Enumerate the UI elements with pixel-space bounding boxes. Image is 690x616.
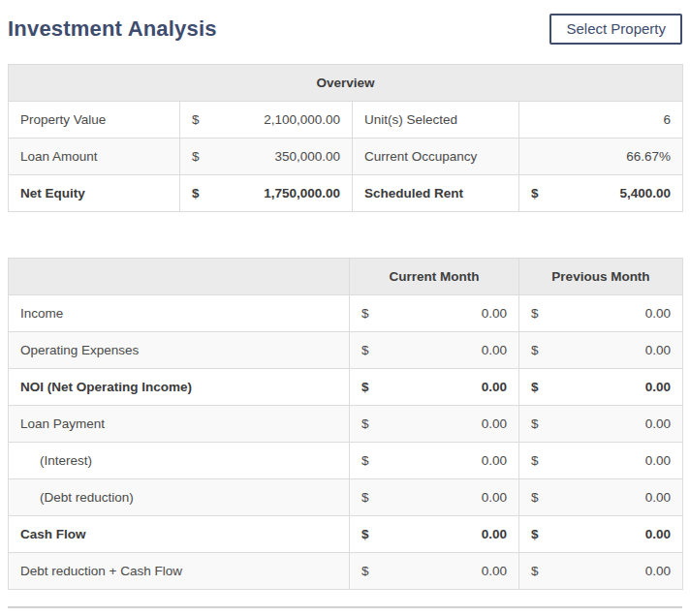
currency-symbol: $: [361, 490, 369, 505]
row-label: Income: [9, 295, 350, 332]
amount-value: 0.00: [645, 306, 671, 321]
amount-value: 0.00: [482, 343, 507, 357]
currency-symbol: $: [531, 306, 539, 321]
currency-symbol: $: [531, 527, 539, 541]
money-cell: $ 350,000.00: [180, 139, 353, 175]
money-cell: $ 0.00: [519, 295, 683, 332]
table-row: Debt reduction + Cash Flow $ 0.00 $ 0.00: [9, 553, 683, 590]
currency-symbol: $: [531, 343, 539, 357]
row-label: Operating Expenses: [9, 332, 350, 369]
amount-value: 0.00: [482, 306, 507, 321]
currency-symbol: $: [192, 149, 200, 164]
table-row: Loan Payment $ 0.00 $ 0.00: [9, 406, 683, 443]
money-cell: $ 0.00: [350, 369, 519, 406]
row-label: Loan Amount: [9, 139, 180, 175]
money-cell: $ 0.00: [350, 553, 519, 590]
row-label: Current Occupancy: [353, 139, 519, 175]
row-label: (Interest): [9, 443, 350, 479]
money-cell: $ 0.00: [350, 479, 519, 516]
amount-value: 2,100,000.00: [264, 112, 340, 127]
currency-symbol: $: [361, 527, 369, 541]
money-cell: 66.67%: [519, 139, 683, 175]
currency-symbol: $: [361, 380, 369, 394]
row-label: Loan Payment: [9, 406, 350, 443]
amount-value: 5,400.00: [619, 186, 671, 200]
currency-symbol: $: [192, 112, 200, 127]
currency-symbol: $: [361, 343, 369, 357]
column-header-current-month: Current Month: [350, 259, 519, 295]
empty-header-cell: [9, 259, 350, 295]
row-label: Scheduled Rent: [353, 175, 519, 212]
amount-value: 0.00: [482, 380, 507, 394]
currency-symbol: $: [531, 453, 539, 468]
money-cell: $ 1,750,000.00: [180, 175, 353, 212]
currency-symbol: $: [361, 306, 369, 321]
amount-value: 0.00: [645, 453, 671, 468]
money-cell: $ 0.00: [350, 406, 519, 443]
currency-symbol: $: [361, 453, 369, 468]
select-property-button[interactable]: Select Property: [549, 14, 682, 45]
money-cell: $ 0.00: [519, 516, 683, 553]
money-cell: $ 0.00: [350, 295, 519, 332]
amount-value: 350,000.00: [274, 149, 340, 164]
money-cell: $ 0.00: [519, 332, 683, 369]
table-row: (Interest) $ 0.00 $ 0.00: [9, 443, 683, 479]
row-label: Property Value: [9, 102, 180, 139]
amount-value: 1,750,000.00: [264, 186, 340, 200]
overview-table: Overview Property Value $ 2,100,000.00 U…: [8, 64, 683, 212]
analysis-header-row: Current Month Previous Month: [9, 259, 683, 295]
money-cell: $ 0.00: [519, 479, 683, 516]
table-row: Property Value $ 2,100,000.00 Unit(s) Se…: [9, 102, 683, 139]
analysis-table: Current Month Previous Month Income $ 0.…: [8, 258, 683, 590]
money-cell: 6: [519, 102, 683, 139]
table-row: Net Equity $ 1,750,000.00 Scheduled Rent…: [9, 175, 683, 212]
money-cell: $ 0.00: [350, 443, 519, 479]
table-row: Income $ 0.00 $ 0.00: [9, 295, 683, 332]
next-section-divider: [8, 606, 682, 608]
money-cell: $ 0.00: [350, 516, 519, 553]
amount-value: 6: [664, 112, 672, 127]
row-label: NOI (Net Operating Income): [9, 369, 350, 406]
amount-value: 0.00: [645, 343, 671, 357]
currency-symbol: $: [361, 416, 369, 431]
currency-symbol: $: [531, 186, 539, 200]
money-cell: $ 2,100,000.00: [180, 102, 353, 139]
row-label: Unit(s) Selected: [353, 102, 519, 139]
page-title: Investment Analysis: [8, 16, 217, 42]
row-label: (Debt reduction): [9, 479, 350, 516]
table-row: Operating Expenses $ 0.00 $ 0.00: [9, 332, 683, 369]
currency-symbol: $: [531, 490, 539, 505]
amount-value: 0.00: [645, 380, 671, 394]
table-row: NOI (Net Operating Income) $ 0.00 $ 0.00: [9, 369, 683, 406]
currency-symbol: $: [531, 564, 539, 578]
overview-header-row: Overview: [9, 65, 683, 102]
amount-value: 0.00: [645, 490, 671, 505]
currency-symbol: $: [192, 186, 200, 200]
table-row: Loan Amount $ 350,000.00 Current Occupan…: [9, 139, 683, 175]
page: Investment Analysis Select Property Over…: [0, 13, 690, 608]
amount-value: 0.00: [482, 527, 507, 541]
amount-value: 0.00: [482, 416, 507, 431]
money-cell: $ 0.00: [519, 406, 683, 443]
currency-symbol: $: [531, 416, 539, 431]
amount-value: 0.00: [645, 527, 671, 541]
currency-symbol: $: [361, 564, 369, 578]
money-cell: $ 0.00: [519, 443, 683, 479]
column-header-previous-month: Previous Month: [519, 259, 683, 295]
money-cell: $ 0.00: [519, 369, 683, 406]
amount-value: 0.00: [482, 490, 507, 505]
amount-value: 0.00: [645, 416, 671, 431]
amount-value: 66.67%: [626, 149, 671, 164]
money-cell: $ 5,400.00: [519, 175, 683, 212]
table-row: (Debt reduction) $ 0.00 $ 0.00: [9, 479, 683, 516]
table-row: Cash Flow $ 0.00 $ 0.00: [9, 516, 683, 553]
amount-value: 0.00: [482, 453, 507, 468]
row-label: Cash Flow: [9, 516, 350, 553]
topbar: Investment Analysis Select Property: [8, 13, 682, 45]
money-cell: $ 0.00: [519, 553, 683, 590]
row-label: Net Equity: [9, 175, 180, 212]
money-cell: $ 0.00: [350, 332, 519, 369]
amount-value: 0.00: [482, 564, 507, 578]
amount-value: 0.00: [645, 564, 671, 578]
row-label: Debt reduction + Cash Flow: [9, 553, 350, 590]
